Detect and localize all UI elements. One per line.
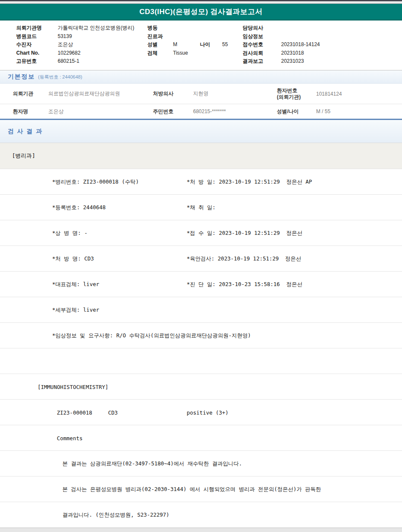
report-row: 본 결과는 삼광의료재단(02-3497-5180~4)에서 재수탁한 결과입니… (0, 451, 402, 476)
patient-header-row: 임상정보 (243, 32, 320, 41)
field-label: 성별 (147, 41, 173, 49)
basic-info-table: 의뢰기관의료법인삼광의료재단삼광의원처방의사지현영환자번호 (의뢰기관)1018… (0, 84, 402, 120)
results-title: 검 사 결 과 (8, 128, 43, 135)
basic-info-row: 의뢰기관의료법인삼광의료재단삼광의원처방의사지현영환자번호 (의뢰기관)1018… (0, 84, 402, 104)
field-label: 처방의사 (153, 91, 193, 97)
report-text: positive (3+) (187, 409, 229, 415)
field-value: M / 55 (316, 108, 402, 114)
field-value: 지현영 (193, 90, 277, 97)
field-label: 고유번호 (16, 57, 58, 66)
report-row: *임상정보 및 요구사항: R/O 수탁검사(의료법인삼광의료재단삼광의원-지현… (0, 323, 402, 348)
field-label: 환자번호 (의뢰기관) (277, 88, 316, 100)
patient-header-block: 의뢰기관명가톨릭대학교 인천성모병원(병리)병원코드53139수진자조은상Cha… (0, 20, 402, 70)
field-value: 101814124 (316, 91, 402, 97)
field-label: 결과보고 (243, 57, 281, 66)
patient-header-row: 결과보고20231023 (243, 57, 320, 66)
report-text: *채 취 일: (187, 204, 216, 211)
report-text: 결과입니다. (인천성모병원, S23-22297) (62, 511, 169, 518)
report-row (0, 348, 402, 374)
field-label: 주민번호 (153, 108, 193, 115)
bottom-strip (0, 528, 402, 532)
field-label: 환자명 (13, 108, 48, 115)
patient-header-right-column: 담당의사임상정보접수번호20231018-14124검사의뢰20231018결과… (243, 24, 320, 66)
page-title: CD3(IHC)(은평성모) 검사결과보고서 (139, 7, 263, 17)
field-value: Tissue (173, 49, 200, 58)
field-value: 680215-******* (193, 108, 277, 114)
field-label: 나이 (200, 41, 222, 49)
field-label: 진료과 (147, 32, 173, 41)
patient-header-row: 진료과 (147, 32, 249, 41)
report-row: 본 검사는 은평성모병원 병리과(02-2030-3144) 에서 시행되었으며… (0, 476, 402, 502)
field-value: 20231023 (281, 58, 304, 64)
lab-report-page: CD3(IHC)(은평성모) 검사결과보고서 의뢰기관명가톨릭대학교 인천성모병… (0, 0, 402, 532)
patient-header-left-column: 의뢰기관명가톨릭대학교 인천성모병원(병리)병원코드53139수진자조은상Cha… (16, 24, 134, 66)
field-label: 수진자 (16, 41, 58, 49)
patient-header-row: 성별M나이55 (147, 41, 249, 49)
report-row: *대표검체: liver*진 단 일: 2023-10-23 15:58:16 … (0, 272, 402, 297)
field-value: 의료법인삼광의료재단삼광의원 (48, 90, 153, 97)
patient-header-row: 검체Tissue (147, 49, 249, 58)
field-value: M (173, 41, 200, 49)
patient-header-row: 담당의사 (243, 24, 320, 32)
field-label: 의뢰기관명 (16, 24, 58, 32)
report-text: [IMMUNOHISTOCHEMISTRY] (38, 383, 109, 390)
report-text: CD3 (108, 409, 118, 415)
basic-info-section-header: 기본정보 (등록번호 : 2440648) (0, 70, 402, 84)
field-label: 임상정보 (243, 32, 281, 41)
field-value: 20231018 (281, 50, 304, 56)
field-value: 53139 (58, 33, 72, 39)
report-text: *병리번호: ZI23-000018 (수탁) (52, 178, 139, 185)
report-text: *세부검체: liver (52, 306, 99, 313)
results-section-header: 검 사 결 과 (0, 120, 402, 143)
report-body: *병리번호: ZI23-000018 (수탁)*처 방 일: 2023-10-1… (0, 169, 402, 528)
report-row: *병리번호: ZI23-000018 (수탁)*처 방 일: 2023-10-1… (0, 169, 402, 195)
field-value: 20231018-14124 (281, 41, 320, 47)
report-row: *상 병 명: -*접 수 일: 2023-10-19 12:51:29 정은선 (0, 220, 402, 246)
report-text: *임상정보 및 요구사항: R/O 수탁검사(의료법인삼광의료재단삼광의원-지현… (52, 332, 251, 339)
field-label: 접수번호 (243, 41, 281, 49)
patient-header-row: Chart No.10229682 (16, 49, 134, 58)
basic-info-title: 기본정보 (8, 73, 35, 81)
department-band: [병리과] (0, 143, 402, 169)
basic-info-row: 환자명조은상주민번호680215-*******성별/나이M / 55 (0, 104, 402, 119)
patient-header-row: 접수번호20231018-14124 (243, 41, 320, 49)
report-text: *진 단 일: 2023-10-23 15:58:16 정은선 (187, 281, 302, 288)
registration-number-note: (등록번호 : 2440648) (38, 74, 82, 80)
report-text: 본 결과는 삼광의료재단(02-3497-5180~4)에서 재수탁한 결과입니… (62, 460, 242, 467)
report-text: Comments (57, 435, 82, 441)
patient-header-row: 의뢰기관명가톨릭대학교 인천성모병원(병리) (16, 24, 134, 32)
report-text: *육안검사: 2023-10-19 12:51:29 정은선 (187, 255, 301, 262)
report-row: ZI23-000018CD3positive (3+) (0, 400, 402, 425)
report-text: *대표검체: liver (52, 281, 99, 288)
report-text: *처 방 일: 2023-10-19 12:51:29 정은선 AP (187, 178, 312, 185)
field-label: 검사의뢰 (243, 49, 281, 58)
report-row: *등록번호: 2440648*채 취 일: (0, 195, 402, 220)
field-label: 담당의사 (243, 24, 281, 32)
field-label: Chart No. (16, 49, 58, 58)
patient-header-middle-column: 병동진료과성별M나이55검체Tissue (147, 24, 249, 57)
report-row: 결과입니다. (인천성모병원, S23-22297) (0, 502, 402, 528)
field-value: 10229682 (58, 50, 80, 56)
patient-header-row: 검사의뢰20231018 (243, 49, 320, 58)
report-text: *등록번호: 2440648 (52, 204, 106, 211)
field-value: 가톨릭대학교 인천성모병원(병리) (58, 25, 134, 31)
field-label: 병원코드 (16, 32, 58, 41)
field-value: 조은상 (58, 41, 73, 47)
report-text: *상 병 명: - (52, 229, 88, 237)
field-label: 의뢰기관 (13, 91, 48, 97)
patient-header-row: 수진자조은상 (16, 41, 134, 49)
report-text: *처 방 명: CD3 (52, 255, 94, 262)
report-text: *접 수 일: 2023-10-19 12:51:29 정은선 (187, 229, 302, 237)
department-label: [병리과] (12, 152, 35, 160)
patient-header-row: 병원코드53139 (16, 32, 134, 41)
patient-header-row: 병동 (147, 24, 249, 32)
report-text: 본 검사는 은평성모병원 병리과(02-2030-3144) 에서 시행되었으며… (62, 485, 321, 493)
patient-header-row: 고유번호680215-1 (16, 57, 134, 66)
report-title-bar: CD3(IHC)(은평성모) 검사결과보고서 (0, 4, 402, 20)
report-text: ZI23-000018 (57, 409, 92, 415)
field-value: 680215-1 (58, 58, 79, 64)
report-row: *세부검체: liver (0, 297, 402, 323)
field-label: 검체 (147, 49, 173, 58)
field-label: 성별/나이 (277, 108, 316, 115)
report-row: [IMMUNOHISTOCHEMISTRY] (0, 374, 402, 400)
